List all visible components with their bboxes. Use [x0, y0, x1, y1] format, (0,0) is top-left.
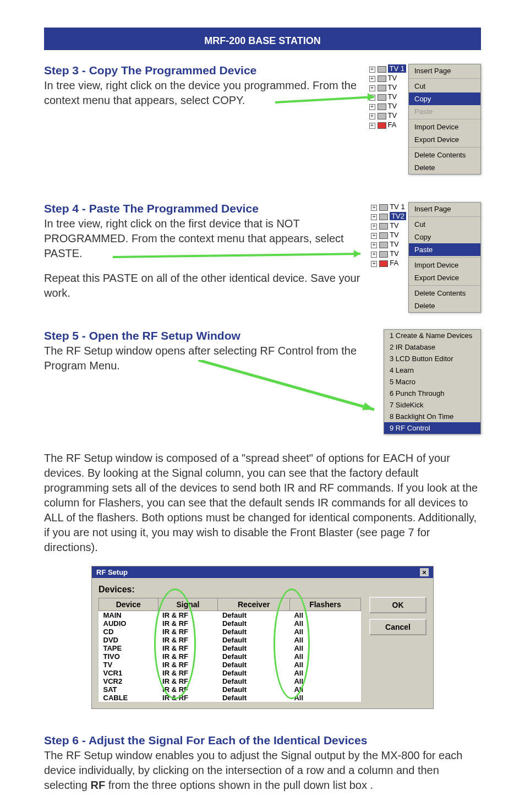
step3-context-menu[interactable]: Insert Page Cut Copy Paste Import Device…: [408, 64, 481, 175]
menu-paste[interactable]: Paste: [409, 105, 480, 118]
program-menu[interactable]: 1 Create & Name Devices 2 IR Database 3 …: [384, 329, 481, 434]
menu-export-device[interactable]: Export Device: [409, 133, 480, 146]
menu-insert-page[interactable]: Insert Page: [409, 64, 480, 77]
step6-section: Step 6 - Adjust the Signal For Each of t…: [44, 734, 481, 793]
menu-backlight-on-time[interactable]: 8 Backlight On Time: [384, 411, 480, 422]
menu-cut[interactable]: Cut: [409, 218, 480, 231]
menu-copy[interactable]: Copy: [409, 92, 480, 105]
menu-import-device[interactable]: Import Device: [409, 259, 480, 271]
menu-insert-page[interactable]: Insert Page: [409, 203, 480, 215]
menu-delete-contents[interactable]: Delete Contents: [409, 149, 480, 161]
menu-cut[interactable]: Cut: [409, 80, 480, 92]
cancel-button[interactable]: Cancel: [369, 619, 426, 635]
menu-delete-contents[interactable]: Delete Contents: [409, 287, 480, 299]
ok-button[interactable]: OK: [369, 597, 426, 613]
rf-setup-window: RF Setup × Devices: Device Signal Receiv…: [91, 566, 434, 709]
rf-setup-title-text: RF Setup: [96, 568, 128, 576]
menu-ir-database[interactable]: 2 IR Database: [384, 341, 480, 353]
menu-delete[interactable]: Delete: [409, 161, 480, 174]
menu-rf-control[interactable]: 9 RF Control: [384, 422, 480, 434]
step6-text: The RF Setup window enables you to adjus…: [44, 748, 481, 793]
step3-section: +TV 1 +TV +TV +TV +TV +TV +FA Insert Pag…: [44, 64, 481, 175]
table-row[interactable]: TIVOIR & RFDefaultAll: [99, 652, 361, 661]
svg-marker-5: [362, 402, 374, 410]
menu-delete[interactable]: Delete: [409, 299, 480, 312]
col-receiver: Receiver: [218, 598, 289, 611]
step4-tree: +TV 1 +TV2 +TV +TV +TV +TV +FA: [371, 202, 408, 313]
step3-tree: +TV 1 +TV +TV +TV +TV +TV +FA: [369, 64, 408, 175]
table-row[interactable]: TVIR & RFDefaultAll: [99, 661, 361, 669]
menu-sidekick[interactable]: 7 SideKick: [384, 399, 480, 411]
step4-context-menu[interactable]: Insert Page Cut Copy Paste Import Device…: [408, 202, 481, 313]
step4-section: +TV 1 +TV2 +TV +TV +TV +TV +FA Insert Pa…: [44, 202, 481, 313]
menu-punch-through[interactable]: 6 Punch Through: [384, 388, 480, 399]
header-bar: MRF-200 BASE STATION: [44, 28, 481, 50]
rf-paragraph: The RF Setup window is composed of a "sp…: [44, 451, 481, 555]
step6-title: Step 6 - Adjust the Signal For Each of t…: [44, 734, 481, 747]
step5-section: 1 Create & Name Devices 2 IR Database 3 …: [44, 329, 481, 434]
table-row[interactable]: VCR2IR & RFDefaultAll: [99, 677, 361, 685]
rf-devices-table[interactable]: Device Signal Receiver Flashers MAINIR &…: [99, 598, 361, 702]
col-signal: Signal: [158, 598, 218, 611]
menu-paste[interactable]: Paste: [409, 243, 480, 256]
devices-label: Devices:: [99, 585, 361, 595]
rf-setup-titlebar: RF Setup ×: [92, 566, 433, 578]
menu-create-name-devices[interactable]: 1 Create & Name Devices: [384, 330, 480, 341]
step3-screenshot: +TV 1 +TV +TV +TV +TV +TV +FA Insert Pag…: [369, 64, 481, 175]
menu-macro[interactable]: 5 Macro: [384, 376, 480, 388]
col-device: Device: [99, 598, 158, 611]
menu-export-device[interactable]: Export Device: [409, 271, 480, 284]
menu-lcd-button-editor[interactable]: 3 LCD Button Editor: [384, 353, 480, 364]
table-row[interactable]: TAPEIR & RFDefaultAll: [99, 644, 361, 652]
table-row[interactable]: CDIR & RFDefaultAll: [99, 628, 361, 636]
menu-copy[interactable]: Copy: [409, 231, 480, 243]
table-row[interactable]: CABLEIR & RFDefaultAll: [99, 694, 361, 702]
col-flashers: Flashers: [289, 598, 360, 611]
table-row[interactable]: AUDIOIR & RFDefaultAll: [99, 619, 361, 628]
close-icon[interactable]: ×: [420, 568, 429, 576]
menu-import-device[interactable]: Import Device: [409, 121, 480, 133]
table-row[interactable]: DVDIR & RFDefaultAll: [99, 636, 361, 644]
step4-screenshot: +TV 1 +TV2 +TV +TV +TV +TV +FA Insert Pa…: [371, 202, 481, 313]
table-row[interactable]: SATIR & RFDefaultAll: [99, 685, 361, 694]
menu-learn[interactable]: 4 Learn: [384, 364, 480, 376]
table-row[interactable]: MAINIR & RFDefaultAll: [99, 611, 361, 620]
table-row[interactable]: VCR1IR & RFDefaultAll: [99, 669, 361, 677]
